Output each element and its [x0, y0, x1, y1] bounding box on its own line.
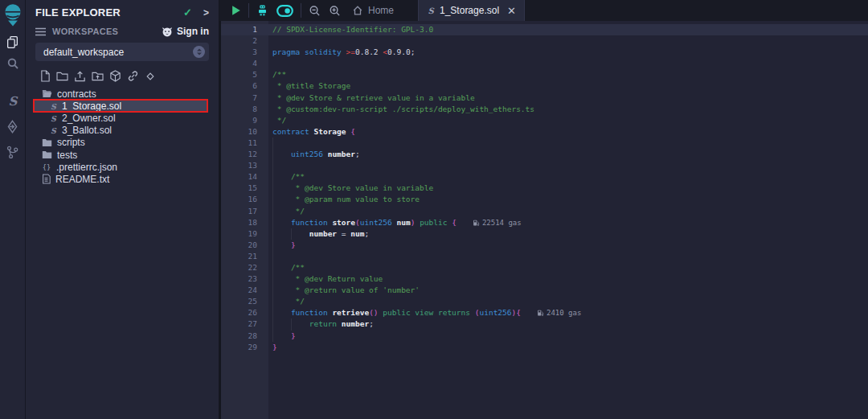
code-text: * @return value of 'number': [257, 285, 420, 296]
zoom-out-icon[interactable]: [309, 5, 321, 17]
line-number: 26: [221, 307, 257, 318]
code-text: * @dev Return value: [257, 273, 383, 285]
code-line-5: 5/**: [221, 69, 868, 80]
code-line-18: 18 function store(uint256 num) public {2…: [221, 217, 868, 228]
gas-estimate: 22514 gas: [473, 217, 522, 228]
line-number: 28: [221, 331, 257, 342]
file-explorer-panel: FILE EXPLORER ✓ > WORKSPACES Sign in: [26, 0, 219, 419]
line-number: 23: [221, 273, 257, 285]
code-text: number = num;: [257, 228, 369, 240]
toolbar-separator: [301, 3, 301, 18]
code-text: [257, 160, 272, 171]
remix-logo-icon[interactable]: [0, 2, 25, 27]
workspace-dropdown[interactable]: default_workspace: [35, 43, 209, 61]
code-line-29: 29}: [221, 342, 868, 353]
new-file-icon[interactable]: [40, 70, 51, 82]
code-line-27: 27 return number;: [221, 318, 868, 330]
editor-topbar: Home S 1_Storage.sol ✕: [219, 0, 868, 21]
remixai-robot-icon[interactable]: [256, 4, 268, 17]
upload-file-icon[interactable]: [74, 70, 86, 82]
line-number: 18: [221, 217, 257, 228]
gist-diamond-icon[interactable]: [145, 71, 156, 82]
solidity-icon: S: [50, 125, 57, 135]
home-tab[interactable]: Home: [352, 5, 394, 16]
github-icon: [162, 27, 173, 37]
file-label: 1_Storage.sol: [62, 101, 121, 112]
theme-toggle-icon[interactable]: [276, 5, 293, 17]
solidity-compiler-icon[interactable]: S: [0, 94, 25, 109]
line-number: 1: [221, 24, 257, 35]
line-number: 7: [221, 92, 257, 104]
line-number: 17: [221, 206, 257, 217]
line-number: 11: [221, 138, 257, 149]
code-text: function retrieve() public view returns …: [257, 307, 521, 318]
link-icon[interactable]: [127, 70, 139, 82]
remix-ide-window: S FILE EXPLORER ✓ >: [0, 0, 868, 419]
ipfs-cube-icon[interactable]: [109, 70, 121, 82]
upload-folder-icon[interactable]: [92, 71, 104, 81]
tree-item-1_Storage.sol[interactable]: S1_Storage.sol: [26, 100, 219, 112]
code-line-2: 2: [221, 35, 868, 47]
panel-header: FILE EXPLORER ✓ >: [26, 0, 219, 23]
indent-guide: [272, 160, 273, 171]
sign-in-button[interactable]: Sign in: [162, 26, 209, 37]
svg-text:S: S: [51, 114, 57, 123]
code-line-28: 28 }: [221, 331, 868, 342]
file-actions-toolbar: [26, 68, 219, 88]
code-line-11: 11: [221, 138, 868, 149]
line-number: 2: [221, 35, 257, 47]
tab-1-storage-sol[interactable]: S 1_Storage.sol ✕: [418, 0, 525, 21]
workspaces-row: WORKSPACES Sign in: [26, 23, 219, 39]
code-text: // SPDX-License-Identifier: GPL-3.0: [257, 24, 433, 35]
tree-item-scripts[interactable]: scripts: [26, 137, 219, 149]
gas-pump-icon: [537, 309, 544, 317]
file-label: 2_Owner.sol: [62, 113, 116, 124]
code-line-17: 17 */: [221, 206, 868, 217]
tree-item-contracts[interactable]: contracts: [26, 88, 219, 100]
file-explorer-icon[interactable]: [0, 35, 25, 49]
line-number: 5: [221, 69, 257, 80]
file-label: tests: [57, 150, 77, 161]
file-label: README.txt: [55, 174, 109, 185]
code-line-7: 7 * @dev Store & retrieve value in a var…: [221, 92, 868, 104]
code-editor[interactable]: 1// SPDX-License-Identifier: GPL-3.023pr…: [219, 21, 868, 419]
code-text: [257, 251, 272, 262]
line-number: 14: [221, 171, 257, 183]
sign-in-label: Sign in: [177, 26, 209, 37]
solidity-icon: S: [50, 113, 57, 123]
check-icon[interactable]: ✓: [183, 6, 192, 18]
line-number: 12: [221, 149, 257, 160]
code-text: function store(uint256 num) public {: [257, 217, 457, 228]
tree-item-README.txt[interactable]: README.txt: [26, 173, 219, 185]
git-icon[interactable]: [0, 145, 25, 160]
hamburger-menu-icon[interactable]: [35, 27, 46, 36]
line-number: 15: [221, 183, 257, 194]
close-tab-icon[interactable]: ✕: [507, 6, 516, 16]
tree-item-2_Owner.sol[interactable]: S2_Owner.sol: [26, 112, 219, 124]
tree-item-3_Ballot.sol[interactable]: S3_Ballot.sol: [26, 125, 219, 137]
deploy-and-run-icon[interactable]: [0, 120, 25, 134]
search-icon[interactable]: [0, 57, 25, 70]
home-icon: [352, 5, 363, 16]
line-number: 19: [221, 228, 257, 240]
code-line-14: 14 /**: [221, 171, 868, 183]
code-line-10: 10contract Storage {: [221, 126, 868, 138]
code-text: contract Storage {: [257, 126, 355, 138]
zoom-in-icon[interactable]: [329, 5, 341, 17]
gas-estimate: 2410 gas: [537, 307, 581, 318]
code-text: [257, 138, 272, 149]
code-line-24: 24 * @return value of 'number': [221, 285, 868, 296]
code-text: [257, 58, 272, 69]
chevron-right-icon[interactable]: >: [203, 7, 209, 18]
svg-text:S: S: [51, 126, 57, 135]
run-script-play-icon[interactable]: [231, 5, 241, 16]
new-folder-icon[interactable]: [56, 71, 68, 81]
code-line-21: 21: [221, 251, 868, 262]
solidity-icon: S: [50, 101, 57, 111]
tree-item-tests[interactable]: tests: [26, 149, 219, 161]
svg-text:S: S: [51, 101, 57, 110]
file-label: .prettierrc.json: [56, 162, 117, 173]
tree-item-.prettierrc.json[interactable]: {}.prettierrc.json: [26, 161, 219, 173]
code-line-6: 6 * @title Storage: [221, 80, 868, 92]
code-line-8: 8 * @custom:dev-run-script ./scripts/dep…: [221, 104, 868, 115]
